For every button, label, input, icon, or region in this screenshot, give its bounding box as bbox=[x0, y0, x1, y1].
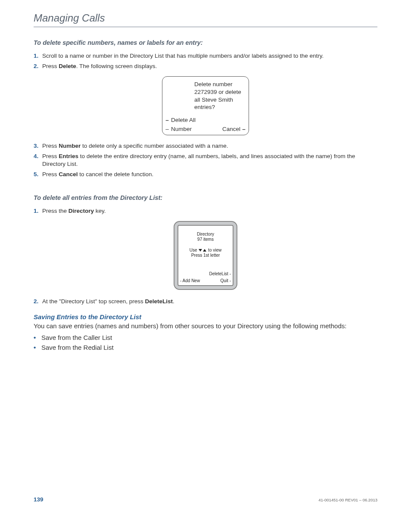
step-item: 3. Press Number to delete only a specifi… bbox=[34, 142, 377, 150]
subhead-delete-all: To delete all entries from the Directory… bbox=[34, 194, 377, 201]
step-item: 2. At the "Directory List" top screen, p… bbox=[34, 298, 377, 305]
step-number: 1. bbox=[34, 52, 42, 60]
step-item: 1. Scroll to a name or number in the Dir… bbox=[34, 52, 377, 60]
steps-b1: 1. Press the Directory key. bbox=[34, 207, 377, 215]
step-body: At the "Directory List" top screen, pres… bbox=[42, 298, 377, 305]
step-number: 2. bbox=[34, 298, 42, 305]
step-item: 5. Press Cancel to cancel the delete fun… bbox=[34, 171, 377, 178]
dash-icon: – bbox=[240, 126, 246, 132]
softkey-delete-all[interactable]: Delete All bbox=[169, 117, 220, 123]
step-body: Press Cancel to cancel the delete functi… bbox=[42, 171, 377, 178]
softkey-row: – Number Cancel – bbox=[162, 124, 249, 135]
down-arrow-icon bbox=[199, 249, 202, 252]
step-body: Press Entries to delete the entire direc… bbox=[42, 152, 377, 168]
list-item: Save from the Caller List bbox=[34, 334, 377, 341]
step-body: Press Delete. The following screen displ… bbox=[42, 62, 377, 70]
figure-delete-prompt: Delete number 2272939 or delete all Stev… bbox=[34, 76, 377, 135]
softkey-quit[interactable]: Quit - bbox=[221, 278, 231, 283]
dash-icon: – bbox=[165, 126, 169, 132]
figure-directory-screen: Directory 97 items Use to view Press 1st… bbox=[34, 221, 377, 290]
directory-title: Directory bbox=[178, 232, 233, 237]
step-body: Scroll to a name or number in the Direct… bbox=[42, 52, 377, 60]
directory-count: 97 items bbox=[178, 237, 233, 243]
doc-revision: 41-001451-00 REV01 – 06.2013 bbox=[318, 498, 377, 502]
prompt-message: Delete number 2272939 or delete all Stev… bbox=[162, 81, 249, 115]
step-body: Press the Directory key. bbox=[42, 207, 377, 215]
softkey-delete-list[interactable]: DeleteList - bbox=[209, 271, 231, 276]
step-number: 4. bbox=[34, 152, 42, 168]
step-number: 5. bbox=[34, 171, 42, 178]
up-arrow-icon bbox=[203, 249, 206, 252]
page-footer: 139 41-001451-00 REV01 – 06.2013 bbox=[34, 496, 377, 503]
page-header: Managing Calls bbox=[34, 12, 377, 27]
softkey-add-new[interactable]: - Add New bbox=[180, 278, 200, 283]
steps-b2: 2. At the "Directory List" top screen, p… bbox=[34, 298, 377, 305]
dash-icon: – bbox=[165, 117, 169, 123]
phone-screen-directory: Directory 97 items Use to view Press 1st… bbox=[177, 225, 234, 286]
step-item: 2. Press Delete. The following screen di… bbox=[34, 62, 377, 70]
step-body: Press Number to delete only a specific n… bbox=[42, 142, 377, 150]
steps-a2: 3. Press Number to delete only a specifi… bbox=[34, 142, 377, 179]
page-number: 139 bbox=[34, 496, 44, 503]
step-number: 2. bbox=[34, 62, 42, 70]
step-number: 1. bbox=[34, 207, 42, 215]
phone-device-directory: Directory 97 items Use to view Press 1st… bbox=[174, 221, 237, 290]
subhead-delete-specific: To delete specific numbers, names or lab… bbox=[34, 39, 377, 46]
subhead-saving-entries: Saving Entries to the Directory List bbox=[34, 313, 377, 320]
nav-hint: Use to view bbox=[178, 248, 233, 253]
press-letter-hint: Press 1st letter bbox=[178, 253, 233, 258]
saving-methods-list: Save from the Caller List Save from the … bbox=[34, 334, 377, 351]
softkey-row: – Delete All bbox=[162, 115, 249, 124]
softkey-cancel[interactable]: Cancel bbox=[222, 126, 240, 132]
steps-a1: 1. Scroll to a name or number in the Dir… bbox=[34, 52, 377, 70]
softkey-number[interactable]: Number bbox=[169, 126, 222, 132]
saving-intro: You can save entries (names and numbers)… bbox=[34, 322, 377, 330]
phone-screen-delete-prompt: Delete number 2272939 or delete all Stev… bbox=[162, 76, 249, 135]
step-item: 1. Press the Directory key. bbox=[34, 207, 377, 215]
page-title: Managing Calls bbox=[34, 12, 105, 24]
step-item: 4. Press Entries to delete the entire di… bbox=[34, 152, 377, 168]
list-item: Save from the Redial List bbox=[34, 344, 377, 351]
step-number: 3. bbox=[34, 142, 42, 150]
